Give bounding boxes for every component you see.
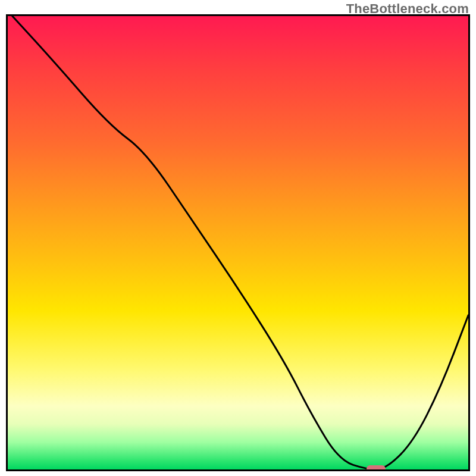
chart-curve xyxy=(8,16,468,469)
chart-marker xyxy=(367,465,386,471)
chart-frame xyxy=(6,14,470,471)
